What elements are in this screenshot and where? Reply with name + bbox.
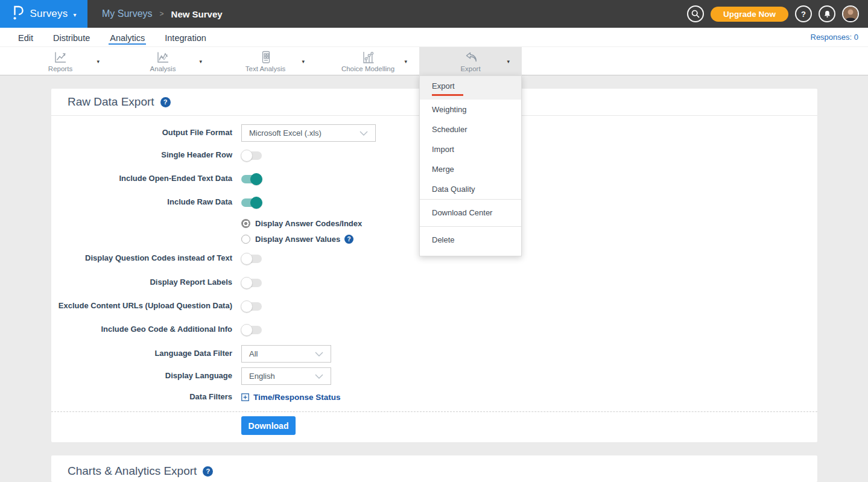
- toolbar-label: Choice Modelling: [341, 65, 394, 72]
- toolbar-label: Analysis: [150, 65, 176, 72]
- single-header-toggle[interactable]: [241, 151, 262, 160]
- section-divider: [51, 411, 817, 412]
- display-language-select[interactable]: English: [241, 367, 331, 385]
- chevron-down-icon: [315, 374, 323, 379]
- tab-integration[interactable]: Integration: [163, 30, 207, 45]
- answer-values-radio[interactable]: [241, 235, 250, 244]
- answer-codes-radio[interactable]: [241, 219, 250, 228]
- topbar-actions: Upgrade Now ?: [687, 5, 868, 22]
- bell-icon: [823, 10, 832, 19]
- breadcrumb-separator: >: [160, 10, 164, 18]
- raw-data-toggle[interactable]: [241, 198, 262, 207]
- page-title: Raw Data Export: [68, 95, 154, 109]
- breadcrumb: My Surveys > New Survey: [102, 8, 223, 19]
- language-filter-row: Language Data Filter All: [51, 345, 331, 363]
- plus-square-icon: [241, 393, 249, 401]
- tab-distribute[interactable]: Distribute: [52, 30, 91, 45]
- toggle-knob: [250, 173, 262, 185]
- answer-codes-radio-row: Display Answer Codes/Index: [241, 218, 362, 228]
- report-labels-toggle[interactable]: [241, 279, 262, 287]
- charts-analytics-export-card: Charts & Analytics Export ?: [51, 455, 817, 482]
- toolbar-label: Text Analysis: [246, 65, 285, 72]
- download-button[interactable]: Download: [241, 416, 296, 435]
- chevron-down-icon[interactable]: ▾: [199, 59, 202, 65]
- toolbar-item-export[interactable]: Export ▾: [419, 47, 522, 75]
- menu-item-scheduler[interactable]: Scheduler: [420, 119, 521, 139]
- user-avatar[interactable]: [842, 5, 859, 22]
- field-label: Include Geo Code & Additional Info: [51, 325, 232, 334]
- toolbar-item-analysis[interactable]: Analysis ▾: [112, 47, 214, 75]
- field-label: Data Filters: [51, 392, 232, 402]
- menu-item-import[interactable]: Import: [420, 139, 521, 159]
- section-title: Charts & Analytics Export: [68, 465, 197, 478]
- help-icon[interactable]: ?: [344, 235, 353, 244]
- brand-caret-icon: ▾: [73, 11, 76, 18]
- exclude-urls-toggle[interactable]: [241, 302, 262, 311]
- chevron-down-icon: [315, 352, 323, 357]
- toggle-knob: [241, 253, 253, 265]
- toggle-knob: [250, 197, 262, 209]
- search-icon: [691, 9, 700, 19]
- avatar-photo: [843, 6, 858, 22]
- responses-count: Responses: 0: [811, 33, 859, 42]
- raw-data-row: Include Raw Data: [51, 196, 262, 208]
- toolbar-item-text-analysis[interactable]: Text Analysis ▾: [214, 47, 317, 75]
- line-chart-icon: [53, 50, 68, 65]
- geo-code-toggle[interactable]: [241, 326, 262, 334]
- chevron-down-icon[interactable]: ▾: [97, 59, 100, 65]
- survey-nav: Edit Distribute Analytics Integration Re…: [0, 28, 868, 46]
- scatter-chart-icon: [361, 50, 376, 65]
- language-filter-select[interactable]: All: [241, 345, 331, 363]
- analytics-toolbar: Reports ▾ Analysis ▾ Text Analysis ▾: [0, 46, 868, 75]
- answer-values-radio-row: Display Answer Values ?: [241, 234, 353, 244]
- field-label: Exclude Content URLs (Upload Question Da…: [51, 301, 232, 311]
- chevron-down-icon[interactable]: ▾: [507, 59, 510, 65]
- open-ended-toggle[interactable]: [241, 175, 262, 183]
- time-response-status-link[interactable]: Time/Response Status: [241, 393, 341, 402]
- toolbar-item-choice-modelling[interactable]: Choice Modelling ▾: [317, 47, 419, 75]
- notifications-button[interactable]: [819, 5, 835, 22]
- tab-analytics[interactable]: Analytics: [109, 30, 146, 45]
- top-bar: Surveys ▾ My Surveys > New Survey Upgrad…: [0, 0, 868, 28]
- field-label: Display Language: [51, 371, 232, 381]
- toggle-knob: [241, 324, 253, 336]
- share-arrow-icon: [463, 50, 479, 65]
- document-grid-icon: [258, 50, 273, 65]
- toggle-knob: [241, 300, 253, 312]
- help-button[interactable]: ?: [795, 5, 812, 22]
- menu-item-data-quality[interactable]: Data Quality: [420, 179, 521, 199]
- breadcrumb-current-survey: New Survey: [171, 9, 223, 19]
- upgrade-now-button[interactable]: Upgrade Now: [711, 7, 788, 22]
- field-label: Single Header Row: [51, 150, 232, 160]
- field-label: Display Question Codes instead of Text: [51, 253, 232, 263]
- menu-item-delete[interactable]: Delete: [420, 227, 521, 253]
- help-icon[interactable]: ?: [160, 97, 171, 107]
- question-mark-icon: ?: [801, 10, 806, 19]
- chevron-down-icon[interactable]: ▾: [302, 59, 305, 65]
- charts-analytics-heading: Charts & Analytics Export ?: [51, 455, 817, 478]
- toggle-knob: [241, 150, 253, 162]
- open-ended-row: Include Open-Ended Text Data: [51, 173, 262, 185]
- search-button[interactable]: [687, 5, 704, 22]
- help-icon[interactable]: ?: [203, 466, 213, 477]
- radio-label: Display Answer Values: [255, 235, 340, 244]
- brand-surveys-menu[interactable]: Surveys ▾: [0, 0, 87, 28]
- breadcrumb-my-surveys[interactable]: My Surveys: [102, 8, 153, 19]
- toolbar-item-reports[interactable]: Reports ▾: [9, 47, 112, 75]
- menu-item-merge[interactable]: Merge: [420, 159, 521, 179]
- toolbar-label: Export: [460, 65, 480, 72]
- active-menu-underline: [432, 94, 463, 96]
- radio-label: Display Answer Codes/Index: [255, 219, 362, 228]
- menu-item-export[interactable]: Export: [420, 76, 521, 100]
- menu-item-download-center[interactable]: Download Center: [420, 200, 521, 226]
- tab-edit[interactable]: Edit: [17, 30, 34, 45]
- data-filters-row: Data Filters Time/Response Status: [51, 392, 341, 402]
- question-codes-row: Display Question Codes instead of Text: [51, 252, 262, 264]
- questionpro-logo-icon: [11, 5, 25, 23]
- chevron-down-icon[interactable]: ▾: [404, 59, 407, 65]
- menu-item-weighting[interactable]: Weighting: [420, 100, 521, 119]
- output-format-select[interactable]: Microsoft Excel (.xls): [241, 124, 376, 142]
- single-header-row: Single Header Row: [51, 149, 262, 161]
- field-label: Include Raw Data: [51, 197, 232, 207]
- question-codes-toggle[interactable]: [241, 255, 262, 263]
